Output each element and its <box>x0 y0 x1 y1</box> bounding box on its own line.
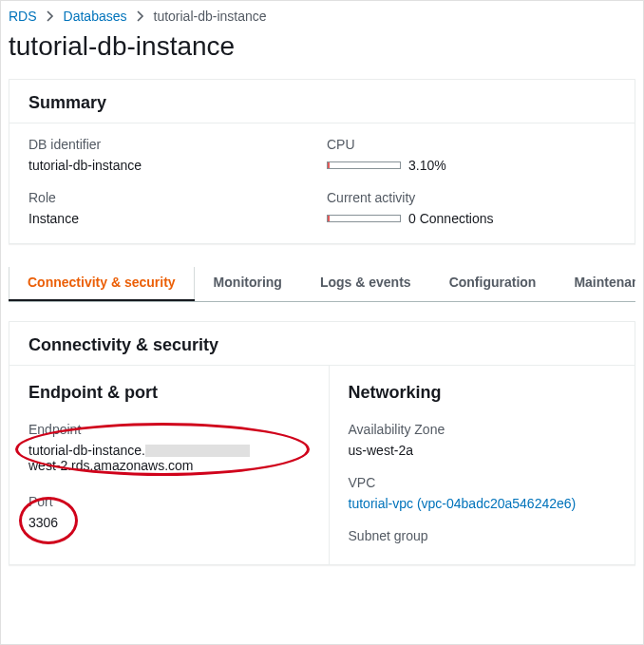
db-identifier-label: DB identifier <box>28 137 317 152</box>
summary-heading: Summary <box>28 93 616 113</box>
activity-bar <box>327 215 401 222</box>
port-label: Port <box>28 494 310 509</box>
cpu-bar <box>327 161 401 169</box>
summary-header: Summary <box>9 80 635 123</box>
chevron-right-icon <box>137 10 144 22</box>
activity-value-row: 0 Connections <box>327 211 616 226</box>
connectivity-heading: Connectivity & security <box>28 335 616 355</box>
az-value: us-west-2a <box>349 443 616 458</box>
breadcrumb: RDS Databases tutorial-db-instance <box>1 1 643 28</box>
cpu-value-row: 3.10% <box>327 158 616 173</box>
vpc-label: VPC <box>349 475 616 490</box>
role-label: Role <box>28 190 317 205</box>
endpoint-redacted <box>145 445 250 457</box>
networking-heading: Networking <box>349 383 616 403</box>
cpu-value: 3.10% <box>408 158 446 173</box>
tab-connectivity-security[interactable]: Connectivity & security <box>9 263 195 301</box>
summary-panel: Summary DB identifier tutorial-db-instan… <box>9 79 635 244</box>
endpoint-value: tutorial-db-instance. west-2.rds.amazona… <box>28 443 310 473</box>
breadcrumb-current: tutorial-db-instance <box>154 9 267 24</box>
cpu-label: CPU <box>327 137 616 152</box>
tabs: Connectivity & security Monitoring Logs … <box>9 263 635 302</box>
breadcrumb-link-databases[interactable]: Databases <box>64 9 127 24</box>
tab-configuration[interactable]: Configuration <box>430 263 556 301</box>
cpu-bar-fill <box>328 162 330 168</box>
endpoint-line1: tutorial-db-instance. <box>28 443 145 458</box>
activity-value: 0 Connections <box>408 211 494 226</box>
role-value: Instance <box>28 211 317 226</box>
breadcrumb-link-rds[interactable]: RDS <box>9 9 37 24</box>
connectivity-panel: Connectivity & security Endpoint & port … <box>9 321 635 565</box>
db-identifier-value: tutorial-db-instance <box>28 158 317 173</box>
vpc-link[interactable]: tutorial-vpc (vpc-04badc20a546242e6) <box>349 496 577 511</box>
activity-bar-fill <box>328 216 330 221</box>
port-value: 3306 <box>28 515 310 530</box>
tab-maintenance[interactable]: Maintenan <box>555 263 635 301</box>
endpoint-label: Endpoint <box>28 422 310 437</box>
az-label: Availability Zone <box>349 422 616 437</box>
endpoint-line2: west-2.rds.amazonaws.com <box>28 458 194 473</box>
subnet-group-label: Subnet group <box>349 528 616 543</box>
activity-label: Current activity <box>327 190 616 205</box>
connectivity-header: Connectivity & security <box>9 322 635 366</box>
chevron-right-icon <box>47 10 54 22</box>
endpoint-port-heading: Endpoint & port <box>28 383 310 403</box>
tab-logs-events[interactable]: Logs & events <box>301 263 430 301</box>
tab-monitoring[interactable]: Monitoring <box>195 263 301 301</box>
page-title: tutorial-db-instance <box>9 31 635 62</box>
